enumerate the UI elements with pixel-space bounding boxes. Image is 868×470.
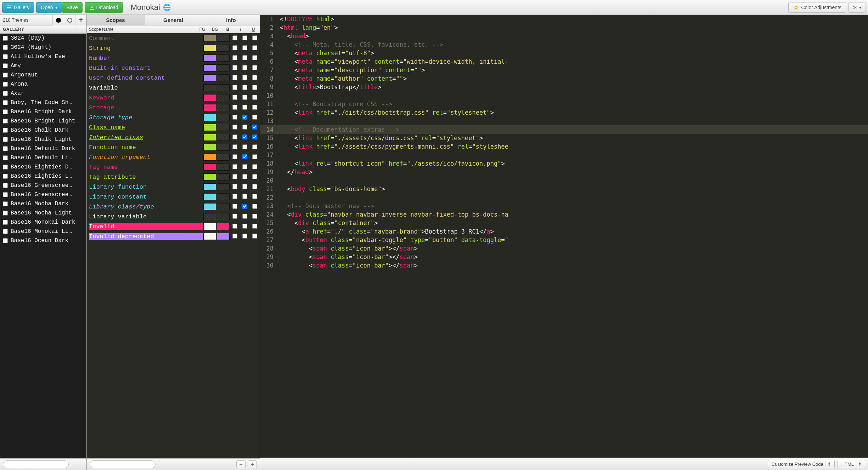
scope-b-checkbox[interactable] bbox=[232, 45, 237, 50]
bg-swatch[interactable] bbox=[217, 74, 230, 81]
settings-dropdown[interactable]: ✲ bbox=[848, 2, 866, 13]
scope-row[interactable]: Storage type bbox=[87, 113, 260, 122]
theme-checkbox[interactable] bbox=[3, 238, 8, 243]
fg-swatch[interactable] bbox=[203, 183, 216, 190]
scope-i-checkbox[interactable] bbox=[242, 194, 247, 199]
scope-u-checkbox[interactable] bbox=[252, 105, 257, 110]
scope-i-checkbox[interactable] bbox=[242, 35, 247, 40]
code-preview[interactable]: 1<!DOCTYPE html>2<html lang="en">3 <head… bbox=[260, 15, 868, 458]
theme-checkbox[interactable] bbox=[3, 220, 8, 225]
scope-u-checkbox[interactable] bbox=[252, 75, 257, 80]
scope-u-checkbox[interactable] bbox=[252, 194, 257, 199]
scope-b-checkbox[interactable] bbox=[232, 174, 237, 179]
theme-checkbox[interactable] bbox=[3, 155, 8, 160]
theme-item[interactable]: Base16 Eighties D… bbox=[0, 162, 86, 172]
fg-swatch[interactable] bbox=[203, 74, 216, 81]
scope-u-checkbox[interactable] bbox=[252, 45, 257, 50]
fg-swatch[interactable] bbox=[203, 94, 216, 101]
theme-item[interactable]: Base16 Monokai Li… bbox=[0, 227, 86, 236]
theme-checkbox[interactable] bbox=[3, 73, 8, 78]
scope-b-checkbox[interactable] bbox=[232, 184, 237, 189]
fg-swatch[interactable] bbox=[203, 203, 216, 210]
theme-checkbox[interactable] bbox=[3, 82, 8, 87]
bg-swatch[interactable] bbox=[217, 173, 230, 180]
theme-checkbox[interactable] bbox=[3, 36, 8, 41]
open-dropdown[interactable]: Open bbox=[36, 2, 62, 13]
theme-item[interactable]: Base16 Chalk Dark bbox=[0, 126, 86, 135]
scope-i-checkbox[interactable] bbox=[242, 234, 247, 239]
scopes-search-input[interactable] bbox=[90, 460, 156, 468]
scope-row[interactable]: String bbox=[87, 43, 260, 53]
language-dropdown[interactable]: HTML ▲▼ bbox=[838, 460, 865, 468]
theme-item[interactable]: Base16 Bright Dark bbox=[0, 107, 86, 116]
scope-b-checkbox[interactable] bbox=[232, 144, 237, 149]
theme-item[interactable]: Base16 Chalk Light bbox=[0, 135, 86, 144]
scope-u-checkbox[interactable] bbox=[252, 214, 257, 219]
scope-row[interactable]: Comment bbox=[87, 33, 260, 43]
fg-swatch[interactable] bbox=[203, 114, 216, 121]
scope-u-checkbox[interactable] bbox=[252, 95, 257, 100]
scope-i-checkbox[interactable] bbox=[242, 125, 247, 130]
theme-checkbox[interactable] bbox=[3, 128, 8, 133]
scope-b-checkbox[interactable] bbox=[232, 115, 237, 120]
scope-i-checkbox[interactable] bbox=[242, 115, 247, 120]
theme-checkbox[interactable] bbox=[3, 229, 8, 234]
scope-b-checkbox[interactable] bbox=[232, 164, 237, 169]
add-scope-button[interactable]: + bbox=[248, 460, 257, 468]
bg-swatch[interactable] bbox=[217, 134, 230, 141]
scope-b-checkbox[interactable] bbox=[232, 204, 237, 209]
scope-u-checkbox[interactable] bbox=[252, 65, 257, 70]
theme-item[interactable]: Base16 Greenscree… bbox=[0, 190, 86, 199]
scope-i-checkbox[interactable] bbox=[242, 184, 247, 189]
scope-b-checkbox[interactable] bbox=[232, 125, 237, 130]
theme-item[interactable]: Amy bbox=[0, 61, 86, 70]
scope-b-checkbox[interactable] bbox=[232, 105, 237, 110]
bg-swatch[interactable] bbox=[217, 164, 230, 171]
scope-i-checkbox[interactable] bbox=[242, 164, 247, 169]
theme-item[interactable]: Base16 Default Li… bbox=[0, 153, 86, 162]
bg-swatch[interactable] bbox=[217, 55, 230, 62]
scope-row[interactable]: Number bbox=[87, 53, 260, 63]
bg-swatch[interactable] bbox=[217, 213, 230, 220]
scope-row[interactable]: Tag name bbox=[87, 162, 260, 172]
fg-swatch[interactable] bbox=[203, 213, 216, 220]
scope-b-checkbox[interactable] bbox=[232, 65, 237, 70]
fg-swatch[interactable] bbox=[203, 55, 216, 62]
scope-b-checkbox[interactable] bbox=[232, 85, 237, 90]
fg-swatch[interactable] bbox=[203, 154, 216, 161]
theme-list[interactable]: 3024 (Day)3024 (Night)All Hallow's EveAm… bbox=[0, 34, 86, 458]
scope-i-checkbox[interactable] bbox=[242, 95, 247, 100]
scope-row[interactable]: Function name bbox=[87, 142, 260, 152]
fg-swatch[interactable] bbox=[203, 173, 216, 180]
scope-u-checkbox[interactable] bbox=[252, 204, 257, 209]
theme-checkbox[interactable] bbox=[3, 183, 8, 188]
theme-checkbox[interactable] bbox=[3, 100, 8, 105]
theme-checkbox[interactable] bbox=[3, 201, 8, 206]
bg-swatch[interactable] bbox=[217, 84, 230, 91]
theme-checkbox[interactable] bbox=[3, 45, 8, 50]
bg-swatch[interactable] bbox=[217, 114, 230, 121]
scope-u-checkbox[interactable] bbox=[252, 125, 257, 130]
bg-swatch[interactable] bbox=[217, 35, 230, 42]
theme-item[interactable]: Base16 Ocean Dark bbox=[0, 236, 86, 245]
scope-i-checkbox[interactable] bbox=[242, 105, 247, 110]
download-button[interactable]: Download bbox=[85, 2, 123, 13]
save-button[interactable]: Save bbox=[62, 2, 83, 13]
fg-swatch[interactable] bbox=[203, 134, 216, 141]
scope-u-checkbox[interactable] bbox=[252, 234, 257, 239]
scope-i-checkbox[interactable] bbox=[242, 65, 247, 70]
scope-i-checkbox[interactable] bbox=[242, 75, 247, 80]
scope-row[interactable]: Library function bbox=[87, 182, 260, 192]
bg-swatch[interactable] bbox=[217, 64, 230, 71]
scope-i-checkbox[interactable] bbox=[242, 154, 247, 159]
scope-i-checkbox[interactable] bbox=[242, 134, 247, 139]
scope-b-checkbox[interactable] bbox=[232, 224, 237, 229]
scope-i-checkbox[interactable] bbox=[242, 174, 247, 179]
theme-item[interactable]: Base16 Mocha Light bbox=[0, 208, 86, 218]
scope-i-checkbox[interactable] bbox=[242, 204, 247, 209]
scope-u-checkbox[interactable] bbox=[252, 154, 257, 159]
scope-row[interactable]: Keyword bbox=[87, 93, 260, 103]
scope-b-checkbox[interactable] bbox=[232, 234, 237, 239]
theme-checkbox[interactable] bbox=[3, 91, 8, 96]
scope-b-checkbox[interactable] bbox=[232, 95, 237, 100]
